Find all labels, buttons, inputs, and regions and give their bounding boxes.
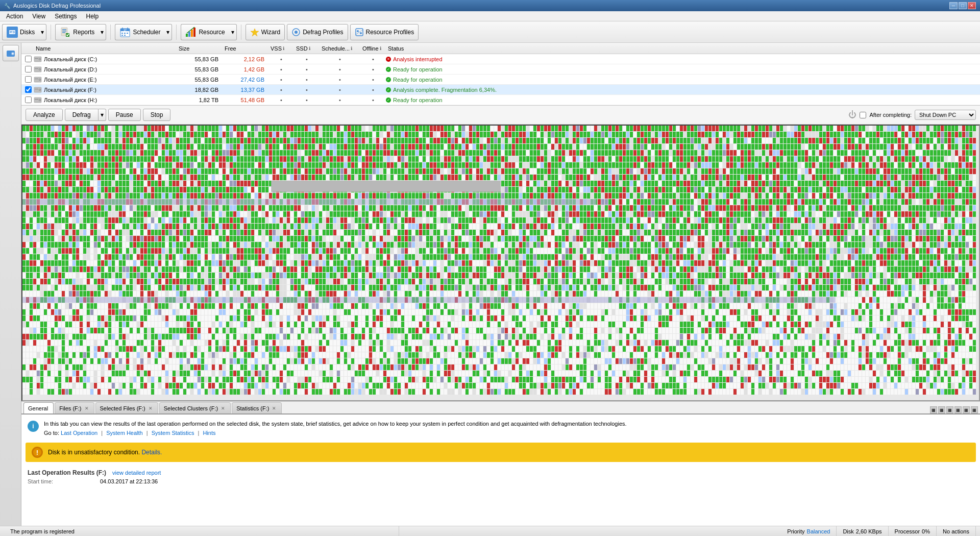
hdd-icon-h	[34, 96, 42, 104]
disk-vss-c: •	[268, 56, 294, 62]
sidebar-disk-icon[interactable]	[3, 45, 19, 61]
tab-general[interactable]: General	[23, 402, 54, 413]
disk-schedule-c: •	[320, 56, 360, 62]
disk-check-d[interactable]	[22, 66, 34, 72]
wizard-label: Wizard	[261, 29, 280, 36]
resource-button[interactable]: Resource	[181, 24, 229, 40]
menu-help[interactable]: Help	[82, 12, 103, 21]
disk-status-c: ✕ Analysis interrupted	[386, 56, 979, 62]
status-registered: The program is registered	[4, 526, 399, 536]
tab-selected-clusters-close[interactable]: ✕	[221, 406, 225, 411]
go-to-label: Go to:	[44, 430, 59, 436]
tab-files[interactable]: Files (F:) ✕	[55, 402, 94, 413]
disk-vss-d: •	[268, 66, 294, 72]
link-hints[interactable]: Hints	[203, 430, 215, 436]
analyze-button[interactable]: Analyze	[26, 109, 63, 121]
view-report-link[interactable]: view detailed report	[112, 470, 161, 476]
disk-vss-e: •	[268, 77, 294, 83]
scheduler-button[interactable]: 17 Scheduler	[115, 24, 164, 40]
pause-button[interactable]: Pause	[108, 109, 141, 121]
resource-label: Resource	[199, 29, 225, 36]
disk-vss-f: •	[268, 87, 294, 93]
defrag-button[interactable]: Defrag	[65, 109, 99, 121]
defrag-split-button[interactable]: Defrag ▾	[65, 109, 106, 121]
link-system-statistics[interactable]: System Statistics	[152, 430, 194, 436]
svg-rect-16	[124, 33, 126, 34]
view-icon-1[interactable]: ▦	[930, 406, 937, 413]
view-icon-3[interactable]: ▦	[946, 406, 953, 413]
disk-size-d: 55,83 GB	[177, 66, 223, 72]
close-button[interactable]: ✕	[968, 2, 976, 9]
disk-check-c[interactable]	[22, 56, 34, 62]
tab-statistics-close[interactable]: ✕	[272, 406, 276, 411]
reports-dropdown-arrow[interactable]: ▾	[99, 24, 106, 40]
svg-rect-20	[186, 34, 188, 37]
svg-point-28	[357, 30, 359, 32]
resource-dropdown[interactable]: Resource ▾	[181, 24, 236, 40]
col-name-header: Name	[34, 45, 177, 52]
hdd-icon-e	[34, 76, 42, 84]
svg-rect-41	[35, 68, 38, 69]
tab-statistics[interactable]: Statistics (F:) ✕	[232, 402, 282, 413]
tab-selected-files-close[interactable]: ✕	[149, 406, 153, 411]
svg-point-36	[39, 59, 40, 60]
tab-files-close[interactable]: ✕	[85, 406, 89, 411]
disk-row-h[interactable]: Локальный диск (H:) 1,82 TB 51,48 GB • •…	[21, 95, 980, 105]
defrag-profiles-button[interactable]: Defrag Profiles	[287, 24, 348, 40]
menu-view[interactable]: View	[28, 12, 50, 21]
disk-offline-d: •	[360, 66, 386, 72]
disk-check-e[interactable]	[22, 76, 34, 83]
col-status-header: Status	[386, 45, 979, 52]
disk-row-c[interactable]: Локальный диск (C:) 55,83 GB 2,12 GB • •…	[21, 54, 980, 64]
minimize-button[interactable]: ─	[949, 2, 958, 9]
reports-button[interactable]: Reports	[55, 24, 99, 40]
defrag-profiles-icon	[291, 28, 301, 37]
after-completing-select[interactable]: Shut Down PC Do nothing Restart PC Hiber…	[915, 110, 976, 120]
disks-dropdown[interactable]: Disks ▾	[2, 24, 46, 40]
wizard-button[interactable]: Wizard	[246, 24, 285, 40]
reports-icon	[60, 27, 71, 38]
svg-point-33	[12, 53, 13, 55]
svg-rect-27	[356, 29, 363, 36]
disk-check-f[interactable]	[22, 86, 34, 93]
after-completing-checkbox[interactable]	[860, 112, 866, 118]
disks-button[interactable]: Disks	[2, 24, 39, 40]
disk-check-h[interactable]	[22, 96, 34, 103]
resource-profiles-button[interactable]: Resource Profiles	[350, 24, 419, 40]
disk-ssd-e: •	[294, 77, 320, 83]
info-icon: i	[28, 421, 39, 432]
defrag-dropdown-arrow[interactable]: ▾	[99, 109, 106, 121]
col-size-header: Size	[177, 45, 223, 52]
view-icon-4[interactable]: ▦	[954, 406, 962, 413]
svg-marker-24	[251, 29, 259, 36]
link-system-health[interactable]: System Health	[106, 430, 143, 436]
disk-vss-h: •	[268, 97, 294, 103]
menu-settings[interactable]: Settings	[51, 12, 81, 21]
reports-dropdown[interactable]: Reports ▾	[55, 24, 106, 40]
svg-rect-37	[35, 58, 38, 59]
link-last-operation[interactable]: Last Operation	[61, 430, 97, 436]
stop-button[interactable]: Stop	[143, 109, 171, 121]
tab-selected-files[interactable]: Selected Files (F:) ✕	[95, 402, 158, 413]
disk-row-f[interactable]: Локальный диск (F:) 18,82 GB 13,37 GB • …	[21, 85, 980, 95]
disk-row-e[interactable]: Локальный диск (E:) 55,83 GB 27,42 GB • …	[21, 75, 980, 85]
svg-rect-17	[127, 33, 128, 34]
scheduler-dropdown-arrow[interactable]: ▾	[164, 24, 172, 40]
menu-action[interactable]: Action	[2, 12, 27, 21]
view-icon-5[interactable]: ▦	[963, 406, 970, 413]
scheduler-dropdown[interactable]: 17 Scheduler ▾	[115, 24, 172, 40]
view-icon-6[interactable]: ▦	[971, 406, 978, 413]
tab-selected-clusters[interactable]: Selected Clusters (F:) ✕	[159, 402, 231, 413]
disk-free-d: 1,42 GB	[223, 66, 268, 72]
disk-row-d[interactable]: Локальный диск (D:) 55,83 GB 1,42 GB • •…	[21, 64, 980, 75]
view-icon-2[interactable]: ▦	[938, 406, 945, 413]
disk-offline-f: •	[360, 87, 386, 93]
disk-ssd-d: •	[294, 66, 320, 72]
warning-details-link[interactable]: Details.	[141, 449, 162, 456]
disk-map	[21, 125, 980, 401]
maximize-button[interactable]: □	[959, 2, 967, 9]
resource-dropdown-arrow[interactable]: ▾	[229, 24, 237, 40]
disks-dropdown-arrow[interactable]: ▾	[39, 24, 46, 40]
processor-label: Processor	[895, 528, 920, 534]
tabs-bar: General Files (F:) ✕ Selected Files (F:)…	[21, 401, 980, 413]
